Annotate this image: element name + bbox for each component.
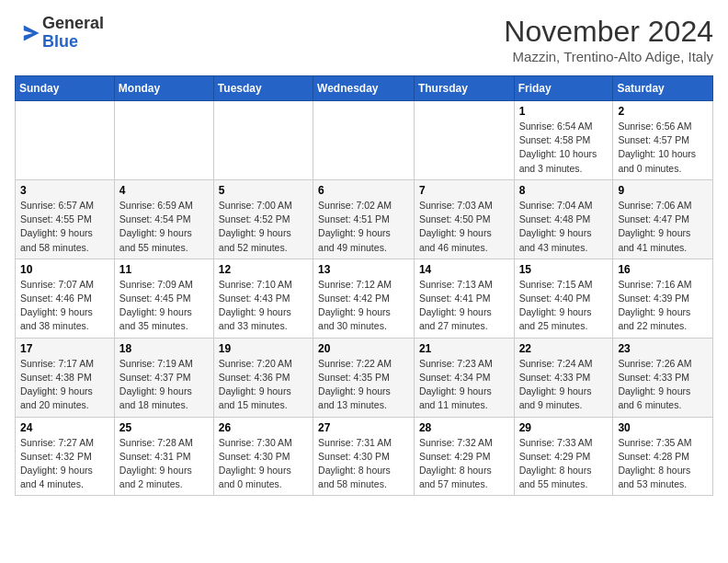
calendar-cell: 21Sunrise: 7:23 AM Sunset: 4:34 PM Dayli… [414, 338, 514, 417]
day-number: 18 [119, 342, 209, 355]
day-number: 6 [318, 184, 409, 197]
day-info: Sunrise: 7:23 AM Sunset: 4:34 PM Dayligh… [419, 357, 509, 413]
calendar-cell: 16Sunrise: 7:16 AM Sunset: 4:39 PM Dayli… [613, 259, 713, 338]
calendar-cell [213, 101, 313, 180]
location: Mazzin, Trentino-Alto Adige, Italy [504, 49, 713, 64]
logo-icon [15, 20, 40, 46]
day-number: 29 [519, 421, 609, 434]
day-info: Sunrise: 7:13 AM Sunset: 4:41 PM Dayligh… [419, 278, 509, 334]
day-number: 5 [219, 184, 308, 197]
day-number: 25 [119, 421, 209, 434]
calendar-cell: 30Sunrise: 7:35 AM Sunset: 4:28 PM Dayli… [613, 417, 713, 496]
calendar-cell: 13Sunrise: 7:12 AM Sunset: 4:42 PM Dayli… [313, 259, 415, 338]
calendar-cell: 18Sunrise: 7:19 AM Sunset: 4:37 PM Dayli… [114, 338, 213, 417]
calendar-cell: 28Sunrise: 7:32 AM Sunset: 4:29 PM Dayli… [414, 417, 514, 496]
day-number: 24 [20, 421, 109, 434]
day-info: Sunrise: 7:00 AM Sunset: 4:52 PM Dayligh… [219, 199, 308, 255]
day-info: Sunrise: 7:06 AM Sunset: 4:47 PM Dayligh… [618, 199, 708, 255]
day-number: 7 [419, 184, 509, 197]
logo-blue: Blue [42, 33, 104, 52]
calendar-cell: 8Sunrise: 7:04 AM Sunset: 4:48 PM Daylig… [514, 179, 613, 259]
calendar-cell: 4Sunrise: 6:59 AM Sunset: 4:54 PM Daylig… [114, 179, 213, 259]
calendar-cell: 9Sunrise: 7:06 AM Sunset: 4:47 PM Daylig… [613, 179, 713, 259]
calendar-week-row: 1Sunrise: 6:54 AM Sunset: 4:58 PM Daylig… [16, 101, 713, 180]
day-number: 3 [20, 184, 109, 197]
calendar-week-row: 10Sunrise: 7:07 AM Sunset: 4:46 PM Dayli… [16, 259, 713, 338]
calendar-cell [313, 101, 415, 180]
day-info: Sunrise: 7:26 AM Sunset: 4:33 PM Dayligh… [618, 357, 708, 413]
calendar-cell [114, 101, 213, 180]
day-info: Sunrise: 7:15 AM Sunset: 4:40 PM Dayligh… [519, 278, 609, 334]
calendar-cell [16, 101, 115, 180]
calendar-table: SundayMondayTuesdayWednesdayThursdayFrid… [15, 75, 713, 496]
calendar-cell: 3Sunrise: 6:57 AM Sunset: 4:55 PM Daylig… [16, 179, 115, 259]
day-info: Sunrise: 6:56 AM Sunset: 4:57 PM Dayligh… [618, 120, 708, 176]
calendar-header: SundayMondayTuesdayWednesdayThursdayFrid… [16, 76, 713, 101]
day-info: Sunrise: 7:17 AM Sunset: 4:38 PM Dayligh… [20, 357, 109, 413]
calendar-cell: 11Sunrise: 7:09 AM Sunset: 4:45 PM Dayli… [114, 259, 213, 338]
calendar-cell: 29Sunrise: 7:33 AM Sunset: 4:29 PM Dayli… [514, 417, 613, 496]
calendar-cell: 14Sunrise: 7:13 AM Sunset: 4:41 PM Dayli… [414, 259, 514, 338]
day-number: 21 [419, 342, 509, 355]
day-info: Sunrise: 6:59 AM Sunset: 4:54 PM Dayligh… [119, 199, 209, 255]
day-number: 13 [318, 263, 409, 276]
day-info: Sunrise: 7:10 AM Sunset: 4:43 PM Dayligh… [219, 278, 308, 334]
calendar-cell: 12Sunrise: 7:10 AM Sunset: 4:43 PM Dayli… [213, 259, 313, 338]
day-number: 19 [219, 342, 308, 355]
day-info: Sunrise: 7:12 AM Sunset: 4:42 PM Dayligh… [318, 278, 409, 334]
logo-text: General Blue [42, 15, 104, 52]
calendar-cell: 10Sunrise: 7:07 AM Sunset: 4:46 PM Dayli… [16, 259, 115, 338]
calendar-cell: 17Sunrise: 7:17 AM Sunset: 4:38 PM Dayli… [16, 338, 115, 417]
day-info: Sunrise: 7:33 AM Sunset: 4:29 PM Dayligh… [519, 436, 609, 492]
day-number: 27 [318, 421, 409, 434]
day-number: 20 [318, 342, 409, 355]
header-day: Thursday [414, 76, 514, 101]
day-number: 26 [219, 421, 308, 434]
calendar-cell: 26Sunrise: 7:30 AM Sunset: 4:30 PM Dayli… [213, 417, 313, 496]
calendar-cell: 5Sunrise: 7:00 AM Sunset: 4:52 PM Daylig… [213, 179, 313, 259]
day-number: 30 [618, 421, 708, 434]
day-info: Sunrise: 7:09 AM Sunset: 4:45 PM Dayligh… [119, 278, 209, 334]
day-info: Sunrise: 6:54 AM Sunset: 4:58 PM Dayligh… [519, 120, 609, 176]
calendar-cell: 1Sunrise: 6:54 AM Sunset: 4:58 PM Daylig… [514, 101, 613, 180]
calendar-week-row: 17Sunrise: 7:17 AM Sunset: 4:38 PM Dayli… [16, 338, 713, 417]
calendar-cell: 27Sunrise: 7:31 AM Sunset: 4:30 PM Dayli… [313, 417, 415, 496]
header-day: Saturday [613, 76, 713, 101]
day-info: Sunrise: 7:31 AM Sunset: 4:30 PM Dayligh… [318, 436, 409, 492]
day-number: 12 [219, 263, 308, 276]
day-number: 10 [20, 263, 109, 276]
day-info: Sunrise: 7:03 AM Sunset: 4:50 PM Dayligh… [419, 199, 509, 255]
calendar-cell: 6Sunrise: 7:02 AM Sunset: 4:51 PM Daylig… [313, 179, 415, 259]
calendar-cell: 20Sunrise: 7:22 AM Sunset: 4:35 PM Dayli… [313, 338, 415, 417]
calendar-cell [414, 101, 514, 180]
day-info: Sunrise: 7:28 AM Sunset: 4:31 PM Dayligh… [119, 436, 209, 492]
calendar-cell: 25Sunrise: 7:28 AM Sunset: 4:31 PM Dayli… [114, 417, 213, 496]
day-info: Sunrise: 7:16 AM Sunset: 4:39 PM Dayligh… [618, 278, 708, 334]
day-info: Sunrise: 7:35 AM Sunset: 4:28 PM Dayligh… [618, 436, 708, 492]
calendar-week-row: 3Sunrise: 6:57 AM Sunset: 4:55 PM Daylig… [16, 179, 713, 259]
calendar-cell: 24Sunrise: 7:27 AM Sunset: 4:32 PM Dayli… [16, 417, 115, 496]
calendar-cell: 23Sunrise: 7:26 AM Sunset: 4:33 PM Dayli… [613, 338, 713, 417]
day-info: Sunrise: 6:57 AM Sunset: 4:55 PM Dayligh… [20, 199, 109, 255]
day-info: Sunrise: 7:07 AM Sunset: 4:46 PM Dayligh… [20, 278, 109, 334]
day-number: 1 [519, 105, 609, 118]
calendar-cell: 19Sunrise: 7:20 AM Sunset: 4:36 PM Dayli… [213, 338, 313, 417]
header-day: Tuesday [213, 76, 313, 101]
header: General Blue November 2024 Mazzin, Trent… [15, 15, 713, 64]
day-number: 8 [519, 184, 609, 197]
day-info: Sunrise: 7:20 AM Sunset: 4:36 PM Dayligh… [219, 357, 308, 413]
day-number: 17 [20, 342, 109, 355]
header-day: Monday [114, 76, 213, 101]
day-number: 9 [618, 184, 708, 197]
day-number: 23 [618, 342, 708, 355]
title-area: November 2024 Mazzin, Trentino-Alto Adig… [504, 15, 713, 64]
day-info: Sunrise: 7:27 AM Sunset: 4:32 PM Dayligh… [20, 436, 109, 492]
logo: General Blue [15, 15, 104, 52]
day-number: 4 [119, 184, 209, 197]
header-row: SundayMondayTuesdayWednesdayThursdayFrid… [16, 76, 713, 101]
day-number: 16 [618, 263, 708, 276]
day-number: 14 [419, 263, 509, 276]
day-info: Sunrise: 7:24 AM Sunset: 4:33 PM Dayligh… [519, 357, 609, 413]
header-day: Sunday [16, 76, 115, 101]
day-info: Sunrise: 7:04 AM Sunset: 4:48 PM Dayligh… [519, 199, 609, 255]
